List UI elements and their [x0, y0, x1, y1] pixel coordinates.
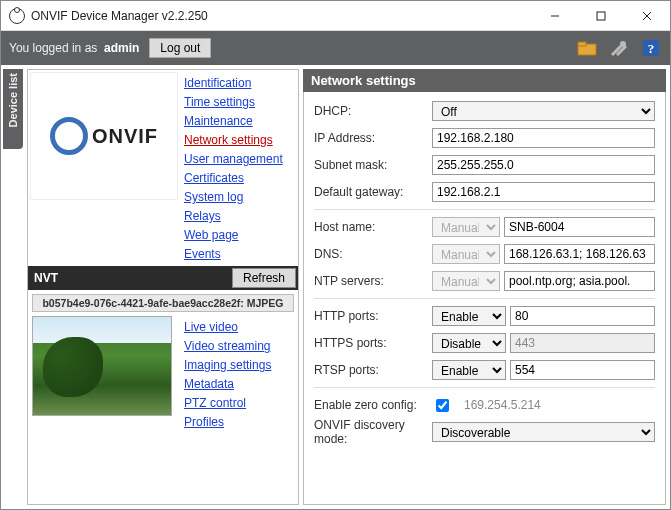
dns-input[interactable]: [504, 244, 655, 264]
row-rtsp: RTSP ports: Enable: [314, 359, 655, 381]
video-thumbnail[interactable]: [32, 316, 172, 416]
row-ip: IP Address:: [314, 127, 655, 149]
nvt-bar: NVT Refresh: [28, 266, 298, 290]
stream-menu-item[interactable]: Live video: [184, 318, 294, 337]
close-button[interactable]: [624, 1, 670, 31]
device-list-tab-label: Device list: [7, 73, 19, 127]
logout-button[interactable]: Log out: [149, 38, 211, 58]
device-menu-item[interactable]: Certificates: [184, 169, 296, 188]
host-mode-select: Manual: [432, 217, 500, 237]
label-gateway: Default gateway:: [314, 185, 432, 199]
zeroconfig-ip: 169.254.5.214: [464, 398, 541, 412]
device-list-tab[interactable]: Device list: [3, 69, 23, 149]
row-host: Host name: Manual: [314, 216, 655, 238]
body: Device list ONVIF IdentificationTime set…: [1, 65, 670, 509]
https-mode-select[interactable]: Disable: [432, 333, 506, 353]
help-icon[interactable]: ?: [640, 37, 662, 59]
discovery-select[interactable]: Discoverable: [432, 422, 655, 442]
login-user: admin: [104, 41, 139, 55]
device-menu-item[interactable]: Events: [184, 245, 296, 264]
device-menu-item[interactable]: Identification: [184, 74, 296, 93]
label-https: HTTPS ports:: [314, 336, 432, 350]
separator-3: [314, 387, 655, 388]
onvif-logo-text: ONVIF: [92, 125, 158, 148]
separator-1: [314, 209, 655, 210]
maximize-button[interactable]: [578, 1, 624, 31]
stream-menu-item[interactable]: PTZ control: [184, 394, 294, 413]
zeroconfig-checkbox[interactable]: [436, 399, 449, 412]
device-menu-item[interactable]: User management: [184, 150, 296, 169]
app-icon: [9, 8, 25, 24]
section-header: Network settings: [303, 69, 666, 92]
device-bottom: Live videoVideo streamingImaging setting…: [28, 312, 298, 436]
row-ntp: NTP servers: Manual: [314, 270, 655, 292]
stream-menu-item[interactable]: Metadata: [184, 375, 294, 394]
refresh-button[interactable]: Refresh: [232, 268, 296, 288]
settings-icon[interactable]: [608, 37, 630, 59]
label-http: HTTP ports:: [314, 309, 432, 323]
row-dns: DNS: Manual: [314, 243, 655, 265]
svg-text:?: ?: [648, 41, 655, 56]
onvif-logo-circle: [50, 117, 88, 155]
device-menu: IdentificationTime settingsMaintenanceNe…: [178, 72, 296, 264]
row-gateway: Default gateway:: [314, 181, 655, 203]
row-http: HTTP ports: Enable: [314, 305, 655, 327]
subnet-input[interactable]: [432, 155, 655, 175]
row-subnet: Subnet mask:: [314, 154, 655, 176]
stream-menu-item[interactable]: Profiles: [184, 413, 294, 432]
device-menu-item[interactable]: Network settings: [184, 131, 296, 150]
toolbar: You logged in as admin Log out ?: [1, 31, 670, 65]
folder-icon[interactable]: [576, 37, 598, 59]
device-top: ONVIF IdentificationTime settingsMainten…: [28, 70, 298, 266]
label-ntp: NTP servers:: [314, 274, 432, 288]
left-panel: ONVIF IdentificationTime settingsMainten…: [23, 65, 301, 509]
separator-2: [314, 298, 655, 299]
minimize-button[interactable]: [532, 1, 578, 31]
profile-row[interactable]: b057b4e9-076c-4421-9afe-bae9acc28e2f: MJ…: [32, 294, 294, 312]
host-input[interactable]: [504, 217, 655, 237]
stream-menu: Live videoVideo streamingImaging setting…: [178, 316, 294, 432]
label-dns: DNS:: [314, 247, 432, 261]
login-status: You logged in as admin: [9, 41, 139, 55]
ip-input[interactable]: [432, 128, 655, 148]
rtsp-port-input[interactable]: [510, 360, 655, 380]
gateway-input[interactable]: [432, 182, 655, 202]
stream-menu-item[interactable]: Video streaming: [184, 337, 294, 356]
http-mode-select[interactable]: Enable: [432, 306, 506, 326]
svg-rect-1: [597, 12, 605, 20]
device-menu-item[interactable]: Relays: [184, 207, 296, 226]
label-zero: Enable zero config:: [314, 398, 432, 412]
label-host: Host name:: [314, 220, 432, 234]
toolbar-icons: ?: [576, 37, 662, 59]
http-port-input[interactable]: [510, 306, 655, 326]
ntp-input[interactable]: [504, 271, 655, 291]
login-prefix: You logged in as: [9, 41, 97, 55]
device-box: ONVIF IdentificationTime settingsMainten…: [27, 69, 299, 505]
label-subnet: Subnet mask:: [314, 158, 432, 172]
titlebar: ONVIF Device Manager v2.2.250: [1, 1, 670, 31]
device-menu-item[interactable]: Web page: [184, 226, 296, 245]
row-discovery: ONVIF discovery mode: Discoverable: [314, 421, 655, 443]
label-rtsp: RTSP ports:: [314, 363, 432, 377]
label-ip: IP Address:: [314, 131, 432, 145]
rtsp-mode-select[interactable]: Enable: [432, 360, 506, 380]
label-dhcp: DHCP:: [314, 104, 432, 118]
dns-mode-select: Manual: [432, 244, 500, 264]
row-zeroconfig: Enable zero config: 169.254.5.214: [314, 394, 655, 416]
stream-menu-item[interactable]: Imaging settings: [184, 356, 294, 375]
device-menu-item[interactable]: System log: [184, 188, 296, 207]
https-port-input: [510, 333, 655, 353]
window-title: ONVIF Device Manager v2.2.250: [31, 9, 208, 23]
window-controls: [532, 1, 670, 31]
device-menu-item[interactable]: Time settings: [184, 93, 296, 112]
device-menu-item[interactable]: Maintenance: [184, 112, 296, 131]
nvt-label: NVT: [34, 271, 58, 285]
label-discovery: ONVIF discovery mode:: [314, 418, 432, 446]
row-https: HTTPS ports: Disable: [314, 332, 655, 354]
ntp-mode-select: Manual: [432, 271, 500, 291]
dhcp-select[interactable]: Off: [432, 101, 655, 121]
svg-rect-5: [578, 42, 586, 46]
settings-body: DHCP: Off IP Address: Subnet mask: Defau…: [303, 92, 666, 505]
main-window: ONVIF Device Manager v2.2.250 You logged…: [0, 0, 671, 510]
row-dhcp: DHCP: Off: [314, 100, 655, 122]
